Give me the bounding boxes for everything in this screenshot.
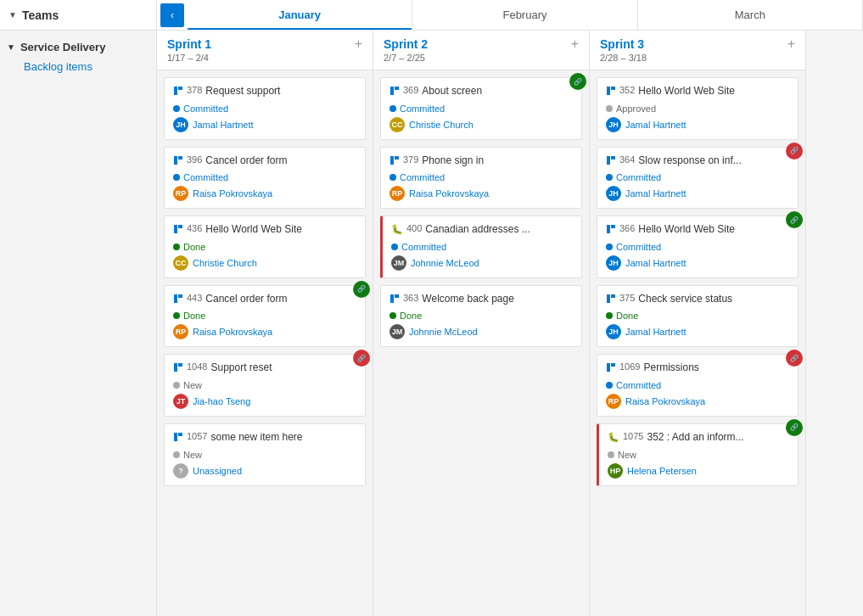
assignee-name: Johnnie McLeod	[409, 327, 478, 337]
sprint-add-button-1[interactable]: +	[355, 37, 362, 51]
sidebar-group-service-delivery[interactable]: ▼ Service Delivery	[0, 37, 156, 57]
avatar: ?	[173, 463, 188, 479]
sprint-add-button-3[interactable]: +	[787, 37, 795, 51]
card-status: Committed	[391, 242, 573, 252]
assignee-name: Christie Church	[409, 120, 474, 130]
link-badge: 🔗	[569, 73, 586, 90]
card[interactable]: 396Cancel order formCommittedRPRaisa Pok…	[164, 147, 366, 210]
expand-teams-icon: ▼	[8, 10, 17, 20]
assignee-name: Johnnie McLeod	[411, 258, 479, 268]
tab-february[interactable]: February	[412, 0, 637, 30]
card-top: 379Phone sign in	[389, 154, 573, 168]
story-icon	[173, 86, 183, 98]
status-dot	[391, 244, 398, 250]
sprint-title-3[interactable]: Sprint 3	[600, 37, 647, 51]
app-container: ▼ Teams ‹ January February March ▼ Servi…	[0, 0, 863, 616]
card-title: Hello World Web Site	[205, 223, 302, 237]
card-assignee: HPHelena Petersen	[608, 463, 789, 479]
svg-rect-3	[178, 156, 182, 160]
card-status: Committed	[606, 380, 789, 390]
status-label: Committed	[401, 242, 446, 252]
sprint-add-button-2[interactable]: +	[571, 37, 579, 51]
story-icon	[606, 294, 616, 305]
svg-rect-25	[611, 294, 615, 298]
tab-march[interactable]: March	[638, 0, 863, 30]
card[interactable]: 363Welcome back pageDoneJMJohnnie McLeod	[380, 285, 582, 348]
prev-month-button[interactable]: ‹	[160, 3, 184, 27]
status-label: New	[618, 450, 636, 460]
story-icon	[606, 224, 616, 236]
month-tabs: January February March	[188, 0, 863, 30]
svg-rect-27	[611, 363, 615, 367]
story-icon	[389, 86, 400, 98]
avatar: RP	[606, 394, 621, 409]
svg-rect-14	[390, 156, 394, 165]
card-title: Cancel order form	[205, 154, 287, 168]
teams-header: ▼ Teams	[0, 0, 157, 30]
card[interactable]: 436Hello World Web SiteDoneCCChristie Ch…	[164, 216, 366, 278]
svg-rect-5	[178, 225, 182, 228]
card[interactable]: 1057some new item hereNew?Unassigned	[164, 423, 366, 486]
sprint-column-3: Sprint 32/28 – 3/18+352Hello World Web S…	[590, 31, 806, 616]
story-icon	[173, 432, 183, 444]
sidebar-item-backlog[interactable]: Backlog items	[0, 57, 156, 76]
svg-rect-22	[607, 225, 610, 233]
card[interactable]: 🔗364Slow response on inf...CommittedJHJa…	[597, 147, 799, 210]
card-status: New	[173, 450, 356, 460]
card-title: Slow response on inf...	[638, 154, 741, 168]
status-dot	[173, 312, 180, 319]
avatar: JH	[606, 117, 621, 132]
sprint-title-1[interactable]: Sprint 1	[167, 37, 211, 51]
tab-january[interactable]: January	[188, 0, 412, 30]
card[interactable]: 🔗443Cancel order formDoneRPRaisa Pokrovs…	[164, 285, 366, 348]
sprint-title-2[interactable]: Sprint 2	[384, 37, 428, 51]
status-label: Committed	[183, 172, 228, 182]
card[interactable]: 🐛400Canadian addresses ...CommittedJMJoh…	[380, 216, 582, 278]
sprint-header-1: Sprint 11/17 – 2/4+	[157, 31, 373, 70]
card-top: 375Check service status	[606, 293, 789, 306]
card[interactable]: 🔗🐛1075352 : Add an inform...NewHPHelena …	[597, 423, 799, 486]
avatar: JH	[606, 324, 621, 339]
card-title: Support reset	[210, 361, 272, 375]
card[interactable]: 🔗366Hello World Web SiteCommittedJHJamal…	[597, 216, 799, 278]
sprint-dates-2: 2/7 – 2/25	[384, 53, 428, 63]
board-area: Sprint 11/17 – 2/4+378Request supportCom…	[157, 31, 863, 616]
status-dot	[389, 174, 396, 181]
status-label: Committed	[183, 104, 228, 114]
card-status: Done	[173, 311, 356, 321]
card-id: 1048	[187, 361, 207, 372]
assignee-name: Jamal Hartnett	[193, 120, 254, 130]
svg-rect-19	[611, 87, 615, 90]
card[interactable]: 375Check service statusDoneJHJamal Hartn…	[597, 285, 799, 348]
svg-rect-20	[607, 156, 610, 165]
svg-rect-1	[178, 87, 182, 90]
svg-rect-9	[178, 363, 182, 367]
svg-rect-24	[607, 294, 610, 303]
card[interactable]: 🔗1048Support resetNewJTJia-hao Tseng	[164, 354, 366, 417]
assignee-name: Jamal Hartnett	[625, 258, 686, 268]
card-top: 366Hello World Web Site	[606, 223, 789, 237]
sprint-cards-1: 378Request supportCommittedJHJamal Hartn…	[157, 70, 373, 616]
card[interactable]: 🔗369About screenCommittedCCChristie Chur…	[380, 77, 582, 140]
card-title: Welcome back page	[422, 293, 514, 306]
card[interactable]: 352Hello World Web SiteApprovedJHJamal H…	[597, 77, 799, 140]
assignee-name: Jamal Hartnett	[625, 327, 686, 337]
svg-rect-26	[607, 363, 610, 372]
sprint-column-2: Sprint 22/7 – 2/25+🔗369About screenCommi…	[373, 31, 590, 616]
card[interactable]: 378Request supportCommittedJHJamal Hartn…	[164, 77, 366, 140]
status-dot	[173, 382, 180, 389]
svg-rect-12	[390, 87, 394, 95]
status-label: Committed	[616, 242, 661, 252]
card-status: Committed	[173, 172, 356, 182]
card[interactable]: 🔗1069PermissionsCommittedRPRaisa Pokrovs…	[597, 354, 799, 417]
card-title: Check service status	[638, 293, 732, 306]
card[interactable]: 379Phone sign inCommittedRPRaisa Pokrovs…	[380, 147, 582, 210]
assignee-name: Raisa Pokrovskaya	[193, 188, 272, 199]
bug-icon: 🐛	[391, 224, 403, 235]
svg-rect-21	[611, 156, 615, 160]
sprint-header-3: Sprint 32/28 – 3/18+	[590, 31, 805, 70]
card-top: 🐛400Canadian addresses ...	[391, 223, 573, 237]
story-icon	[389, 155, 400, 167]
assignee-name: Helena Petersen	[627, 466, 697, 476]
card-title: 352 : Add an inform...	[647, 431, 743, 445]
